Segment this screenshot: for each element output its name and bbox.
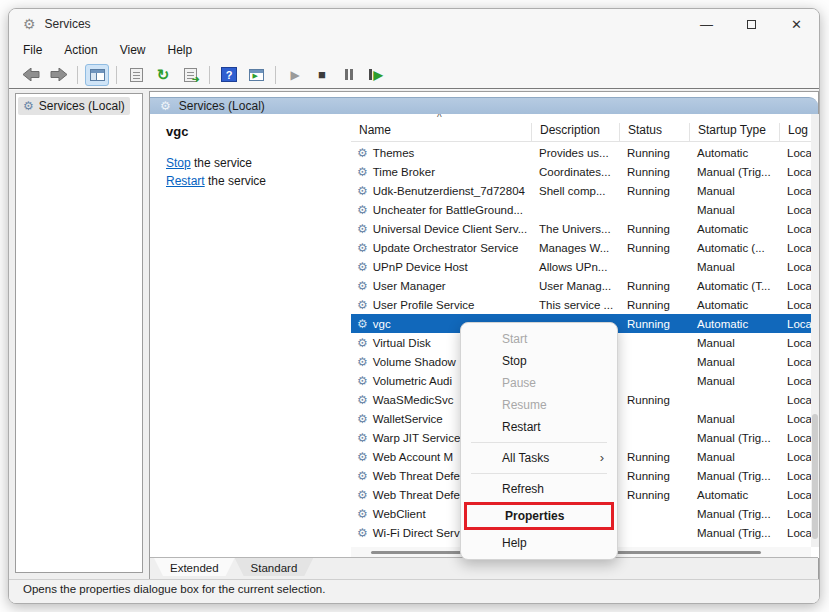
service-logon-cell: Loca [779, 508, 811, 520]
start-service-button[interactable]: ▶ [283, 64, 307, 86]
service-startup-cell: Automatic [689, 318, 779, 330]
refresh-button[interactable]: ↻ [151, 64, 175, 86]
properties-button[interactable] [124, 64, 148, 86]
services-window: ⚙ Services — ✕ File Action View Help [8, 8, 820, 604]
table-row[interactable]: ⚙Uncheater for BattleGround... Manual Lo… [351, 200, 811, 219]
toolbar-separator [77, 66, 78, 84]
toolbar: ↻ ? ▶ ■ ▶ [9, 61, 819, 89]
service-startup-cell: Automatic [689, 299, 779, 311]
service-startup-cell: Manual [689, 375, 779, 387]
service-startup-cell: Manual [689, 451, 779, 463]
service-gear-icon: ⚙ [357, 280, 368, 292]
title-bar: ⚙ Services — ✕ [9, 9, 819, 39]
service-logon-cell: Loca [779, 166, 811, 178]
context-menu-item[interactable] [471, 473, 607, 474]
table-row[interactable]: ⚙Time Broker Coordinates... Running Manu… [351, 162, 811, 181]
service-action-suffix: the service [205, 174, 266, 188]
context-menu-item[interactable]: All Tasks › [461, 447, 617, 469]
column-header-logon[interactable]: Log [779, 123, 811, 142]
menu-item[interactable]: File [23, 41, 52, 59]
service-gear-icon: ⚙ [357, 394, 368, 406]
view-tab[interactable]: Extended [154, 558, 235, 576]
view-tab-label: Standard [251, 562, 298, 574]
service-logon-cell: Loca [779, 147, 811, 159]
service-gear-icon: ⚙ [357, 242, 368, 254]
service-name-cell: User Manager [373, 280, 446, 292]
panel-header: ⚙ Services (Local) [150, 97, 818, 114]
pause-service-button[interactable] [337, 64, 361, 86]
context-menu: Start Stop Pause Resume Restart All Task… [460, 322, 618, 560]
service-name-cell: Web Threat Defe [373, 489, 460, 501]
context-menu-item[interactable]: Start [461, 328, 617, 350]
restart-service-button[interactable]: ▶ [364, 64, 388, 86]
minimize-button[interactable]: — [684, 9, 729, 39]
context-menu-item[interactable] [471, 442, 607, 443]
table-row[interactable]: ⚙Themes Provides us... Running Automatic… [351, 143, 811, 162]
context-menu-item-label: Refresh [502, 482, 544, 496]
table-row[interactable]: ⚙UPnP Device Host Allows UPn... Manual L… [351, 257, 811, 276]
service-startup-cell: Manual [689, 356, 779, 368]
service-name-cell: Udk-Benutzerdienst_7d72804 [373, 185, 525, 197]
context-menu-item[interactable]: Restart [461, 416, 617, 438]
forward-button[interactable] [46, 64, 70, 86]
column-header-status[interactable]: Status [619, 123, 689, 142]
service-name-cell: WalletService [373, 413, 443, 425]
service-startup-cell: Automatic [689, 489, 779, 501]
back-button[interactable] [19, 64, 43, 86]
column-header-description[interactable]: Description [531, 123, 619, 142]
column-header-name[interactable]: Name [351, 123, 531, 142]
service-status-cell: Running [619, 223, 689, 235]
service-logon-cell: Loca [779, 185, 811, 197]
vertical-scrollbar[interactable] [811, 114, 819, 547]
export-list-button[interactable] [178, 64, 202, 86]
toolbar-separator [116, 66, 117, 84]
new-window-button[interactable] [244, 64, 268, 86]
service-action-link[interactable]: Stop [166, 156, 191, 170]
context-menu-item[interactable]: Properties [464, 502, 614, 530]
context-menu-item[interactable]: Stop [461, 350, 617, 372]
table-row[interactable]: ⚙Update Orchestrator Service Manages W..… [351, 238, 811, 257]
table-row[interactable]: ⚙User Manager User Manag... Running Auto… [351, 276, 811, 295]
menu-item[interactable]: View [120, 41, 156, 59]
context-menu-item-label: Resume [502, 398, 547, 412]
service-status-cell: Running [619, 147, 689, 159]
service-logon-cell: Loca [779, 204, 811, 216]
vertical-scrollbar-thumb[interactable] [812, 414, 818, 539]
maximize-button[interactable] [729, 9, 774, 39]
context-menu-item[interactable]: Resume [461, 394, 617, 416]
service-name-cell: Warp JIT Service [373, 432, 461, 444]
service-gear-icon: ⚙ [357, 147, 368, 159]
table-row[interactable]: ⚙User Profile Service This service ... R… [351, 295, 811, 314]
help-button[interactable]: ? [217, 64, 241, 86]
show-console-tree-button[interactable] [85, 64, 109, 86]
stop-service-button[interactable]: ■ [310, 64, 334, 86]
service-action-link[interactable]: Restart [166, 174, 205, 188]
view-tab[interactable]: Standard [235, 558, 314, 576]
close-button[interactable]: ✕ [774, 9, 819, 39]
back-arrow-icon [23, 68, 40, 81]
context-menu-item[interactable]: Help [461, 532, 617, 554]
table-row[interactable]: ⚙Universal Device Client Serv... The Uni… [351, 219, 811, 238]
service-description-cell: Shell comp... [531, 185, 619, 197]
context-menu-item-label: Pause [502, 376, 536, 390]
menu-item[interactable]: Help [168, 41, 203, 59]
service-status-cell: Running [619, 242, 689, 254]
service-gear-icon: ⚙ [357, 470, 368, 482]
service-gear-icon: ⚙ [357, 432, 368, 444]
service-gear-icon: ⚙ [357, 299, 368, 311]
selected-service-name: vgc [166, 124, 188, 139]
table-row[interactable]: ⚙Udk-Benutzerdienst_7d72804 Shell comp..… [351, 181, 811, 200]
context-menu-item[interactable]: Refresh [461, 478, 617, 500]
column-header-startup-type[interactable]: Startup Type [689, 123, 779, 142]
refresh-icon: ↻ [157, 66, 170, 84]
service-status-cell: Running [619, 394, 689, 406]
service-name-cell: Wi-Fi Direct Serv [373, 527, 460, 539]
tree-item-services-local[interactable]: ⚙ Services (Local) [18, 97, 130, 115]
service-startup-cell: Manual [689, 413, 779, 425]
service-logon-cell: Loca [779, 242, 811, 254]
service-name-cell: User Profile Service [373, 299, 475, 311]
service-status-cell: Running [619, 451, 689, 463]
menu-item[interactable]: Action [64, 41, 107, 59]
service-name-cell: Uncheater for BattleGround... [373, 204, 523, 216]
context-menu-item[interactable]: Pause [461, 372, 617, 394]
